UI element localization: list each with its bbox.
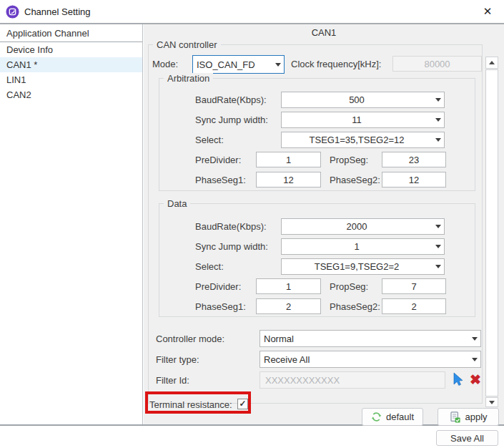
apply-button-label: apply (465, 412, 487, 422)
arbitration-group-title: Arbitration (164, 73, 213, 84)
close-icon[interactable]: ✕ (480, 4, 495, 19)
filter-type-value: Receive All (260, 354, 468, 365)
arb-select-label: Select: (195, 132, 224, 148)
footer: Save All (0, 427, 504, 448)
arb-sync-jump-label: Sync Jump width: (195, 112, 268, 128)
dialog-body: Application Channel Device Info CAN1 * L… (0, 24, 504, 426)
data-sync-jump-value: 1 (282, 241, 432, 252)
mode-select[interactable]: ISO_CAN_FD (192, 55, 285, 74)
scrollbar (485, 57, 498, 407)
dropdown-arrow-icon (432, 138, 444, 142)
dropdown-arrow-icon (272, 63, 284, 67)
filter-id-input[interactable] (260, 371, 445, 389)
sidebar-item-can1[interactable]: CAN1 * (0, 57, 142, 72)
sidebar-item-can2[interactable]: CAN2 (0, 87, 142, 102)
default-button[interactable]: default (362, 408, 423, 426)
mode-label: Mode: (152, 56, 178, 72)
refresh-icon (371, 412, 382, 422)
save-all-button-label: Save All (450, 433, 484, 444)
arb-propseg-label: PropSeg: (330, 152, 368, 168)
arb-baudrate-select[interactable]: 500 (281, 92, 445, 108)
data-phaseseg1-label: PhaseSeg1: (195, 298, 246, 315)
default-button-label: default (386, 412, 414, 422)
arb-predivider-input[interactable] (256, 152, 321, 167)
dropdown-arrow-icon (432, 245, 444, 248)
sidebar: Application Channel Device Info CAN1 * L… (0, 24, 143, 424)
controller-mode-select[interactable]: Normal (260, 330, 481, 347)
data-propseg-input[interactable] (382, 278, 446, 294)
titlebar: Channel Setting ✕ (0, 0, 504, 24)
clock-frequency-input[interactable] (392, 56, 482, 72)
mode-select-value: ISO_CAN_FD (193, 59, 272, 70)
data-predivider-input[interactable] (256, 278, 321, 294)
window-title: Channel Setting (24, 6, 91, 17)
save-all-button[interactable]: Save All (436, 430, 498, 446)
sidebar-item-device-info[interactable]: Device Info (0, 42, 142, 57)
arb-phaseseg2-input[interactable] (382, 172, 446, 188)
delete-filter-icon[interactable]: ✖ (468, 371, 483, 389)
delete-x-glyph: ✖ (470, 372, 481, 388)
dropdown-arrow-icon (468, 337, 480, 341)
data-sync-jump-select[interactable]: 1 (281, 238, 445, 255)
data-baudrate-value: 2000 (282, 221, 432, 232)
channel-setting-dialog: Channel Setting ✕ Application Channel De… (0, 0, 504, 448)
app-icon (6, 5, 19, 19)
data-baudrate-select[interactable]: 2000 (281, 218, 445, 235)
arb-propseg-input[interactable] (382, 152, 446, 167)
scrollbar-thumb[interactable] (485, 69, 498, 396)
dropdown-arrow-icon (468, 358, 480, 361)
data-baudrate-label: BaudRate(Kbps): (195, 218, 267, 235)
arb-tseg-value: TSEG1=35,TSEG2=12 (282, 135, 432, 145)
arb-baudrate-label: BaudRate(Kbps): (195, 92, 267, 108)
data-group-title: Data (164, 198, 190, 209)
arb-tseg-select[interactable]: TSEG1=35,TSEG2=12 (281, 132, 445, 148)
dropdown-arrow-icon (432, 265, 444, 268)
arb-sync-jump-select[interactable]: 11 (281, 112, 445, 128)
data-tseg-select[interactable]: TSEG1=9,TSEG2=2 (281, 258, 445, 275)
data-phaseseg2-input[interactable] (382, 298, 446, 314)
data-predivider-label: PreDivider: (195, 278, 241, 295)
scroll-down-icon[interactable] (485, 397, 498, 407)
arb-phaseseg1-input[interactable] (256, 172, 321, 188)
arb-phaseseg2-label: PhaseSeg2: (330, 172, 380, 188)
apply-check-icon (449, 412, 460, 423)
settings-panel: CAN1 CAN controller Mode: ISO_CAN_FD Clo… (144, 24, 504, 424)
scroll-up-icon[interactable] (485, 57, 498, 69)
page-title: CAN1 (144, 27, 504, 38)
controller-mode-label: Controller mode: (156, 331, 224, 347)
red-highlight-annotation (145, 391, 251, 414)
arb-baudrate-value: 500 (282, 94, 432, 105)
arb-predivider-label: PreDivider: (195, 152, 241, 168)
data-tseg-value: TSEG1=9,TSEG2=2 (282, 261, 432, 272)
data-phaseseg1-input[interactable] (256, 298, 321, 314)
data-select-label: Select: (195, 258, 224, 275)
dropdown-arrow-icon (432, 98, 444, 102)
clock-frequency-label: Clock frequency[kHz]: (291, 56, 381, 72)
filter-type-select[interactable]: Receive All (260, 351, 481, 368)
pointer-cursor-icon[interactable] (450, 371, 465, 389)
arb-sync-jump-value: 11 (282, 115, 432, 125)
apply-button[interactable]: apply (438, 408, 499, 426)
dropdown-arrow-icon (432, 118, 444, 122)
filter-type-label: Filter type: (156, 351, 199, 368)
data-propseg-label: PropSeg: (330, 278, 368, 295)
dropdown-arrow-icon (432, 225, 444, 228)
can-controller-group-title: CAN controller (153, 39, 221, 50)
filter-id-label: Filter Id: (156, 372, 189, 389)
sidebar-header: Application Channel (0, 24, 142, 42)
controller-mode-value: Normal (260, 333, 468, 344)
arb-phaseseg1-label: PhaseSeg1: (195, 172, 246, 188)
data-phaseseg2-label: PhaseSeg2: (330, 298, 380, 315)
sidebar-item-lin1[interactable]: LIN1 (0, 72, 142, 87)
data-sync-jump-label: Sync Jump width: (195, 238, 268, 255)
